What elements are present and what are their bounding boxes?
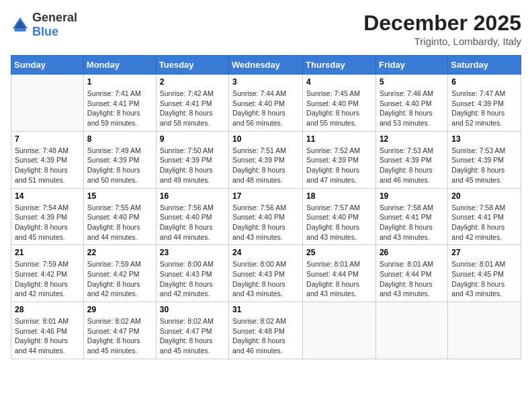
day-info: Sunrise: 8:00 AMSunset: 4:43 PMDaylight:… bbox=[232, 259, 299, 299]
weekday-header: Friday bbox=[375, 56, 447, 75]
logo-blue: Blue bbox=[32, 25, 58, 38]
day-number: 11 bbox=[306, 134, 372, 144]
weekday-header: Thursday bbox=[303, 56, 376, 75]
day-number: 22 bbox=[87, 248, 152, 257]
day-number: 3 bbox=[232, 77, 299, 87]
calendar-cell: 24Sunrise: 8:00 AMSunset: 4:43 PMDayligh… bbox=[229, 245, 303, 302]
location-title: Triginto, Lombardy, Italy bbox=[363, 36, 521, 47]
weekday-header: Wednesday bbox=[229, 56, 303, 75]
logo: General Blue bbox=[11, 11, 77, 39]
day-info: Sunrise: 7:46 AMSunset: 4:40 PMDaylight:… bbox=[380, 89, 444, 128]
calendar-cell: 28Sunrise: 8:01 AMSunset: 4:46 PMDayligh… bbox=[11, 302, 84, 359]
day-info: Sunrise: 7:49 AMSunset: 4:39 PMDaylight:… bbox=[87, 146, 152, 185]
calendar-cell: 27Sunrise: 8:01 AMSunset: 4:45 PMDayligh… bbox=[448, 245, 521, 302]
calendar-cell: 4Sunrise: 7:45 AMSunset: 4:40 PMDaylight… bbox=[303, 75, 376, 132]
calendar-cell: 25Sunrise: 8:01 AMSunset: 4:44 PMDayligh… bbox=[303, 245, 376, 302]
day-number: 30 bbox=[160, 305, 225, 314]
day-number: 8 bbox=[87, 134, 152, 144]
day-number: 27 bbox=[451, 248, 517, 257]
day-info: Sunrise: 7:52 AMSunset: 4:39 PMDaylight:… bbox=[306, 146, 372, 185]
svg-rect-2 bbox=[15, 29, 26, 32]
day-number: 28 bbox=[15, 305, 80, 314]
day-info: Sunrise: 7:41 AMSunset: 4:41 PMDaylight:… bbox=[87, 89, 152, 128]
calendar-cell: 11Sunrise: 7:52 AMSunset: 4:39 PMDayligh… bbox=[303, 131, 376, 188]
calendar-cell: 9Sunrise: 7:50 AMSunset: 4:39 PMDaylight… bbox=[156, 131, 228, 188]
day-info: Sunrise: 8:01 AMSunset: 4:46 PMDaylight:… bbox=[15, 316, 80, 356]
calendar-cell bbox=[448, 302, 521, 359]
day-number: 7 bbox=[15, 134, 80, 144]
day-info: Sunrise: 7:56 AMSunset: 4:40 PMDaylight:… bbox=[160, 203, 225, 242]
calendar-cell: 20Sunrise: 7:58 AMSunset: 4:41 PMDayligh… bbox=[448, 188, 521, 245]
calendar-cell: 2Sunrise: 7:42 AMSunset: 4:41 PMDaylight… bbox=[156, 75, 228, 132]
calendar-cell: 15Sunrise: 7:55 AMSunset: 4:40 PMDayligh… bbox=[83, 188, 156, 245]
day-info: Sunrise: 7:50 AMSunset: 4:39 PMDaylight:… bbox=[160, 146, 225, 185]
day-number: 6 bbox=[451, 77, 517, 87]
calendar-cell: 22Sunrise: 7:59 AMSunset: 4:42 PMDayligh… bbox=[83, 245, 156, 302]
calendar-cell: 31Sunrise: 8:02 AMSunset: 4:48 PMDayligh… bbox=[229, 302, 303, 359]
day-number: 15 bbox=[87, 191, 152, 201]
calendar-cell: 8Sunrise: 7:49 AMSunset: 4:39 PMDaylight… bbox=[83, 131, 156, 188]
day-info: Sunrise: 8:01 AMSunset: 4:45 PMDaylight:… bbox=[451, 259, 517, 299]
calendar-header: SundayMondayTuesdayWednesdayThursdayFrid… bbox=[11, 56, 521, 75]
day-info: Sunrise: 8:00 AMSunset: 4:43 PMDaylight:… bbox=[160, 259, 225, 299]
calendar-cell: 16Sunrise: 7:56 AMSunset: 4:40 PMDayligh… bbox=[156, 188, 228, 245]
weekday-header: Monday bbox=[83, 56, 156, 75]
day-number: 17 bbox=[232, 191, 299, 201]
logo-icon bbox=[11, 15, 30, 34]
title-block: December 2025 Triginto, Lombardy, Italy bbox=[363, 11, 521, 47]
day-info: Sunrise: 8:02 AMSunset: 4:47 PMDaylight:… bbox=[87, 316, 152, 356]
calendar: SundayMondayTuesdayWednesdayThursdayFrid… bbox=[11, 55, 521, 359]
day-info: Sunrise: 7:55 AMSunset: 4:40 PMDaylight:… bbox=[87, 203, 152, 242]
day-info: Sunrise: 8:01 AMSunset: 4:44 PMDaylight:… bbox=[380, 259, 444, 299]
calendar-cell: 7Sunrise: 7:48 AMSunset: 4:39 PMDaylight… bbox=[11, 131, 84, 188]
weekday-header: Tuesday bbox=[156, 56, 228, 75]
day-number: 29 bbox=[87, 305, 152, 314]
day-info: Sunrise: 7:44 AMSunset: 4:40 PMDaylight:… bbox=[232, 89, 299, 128]
calendar-cell: 17Sunrise: 7:56 AMSunset: 4:40 PMDayligh… bbox=[229, 188, 303, 245]
calendar-cell: 10Sunrise: 7:51 AMSunset: 4:39 PMDayligh… bbox=[229, 131, 303, 188]
calendar-cell: 30Sunrise: 8:02 AMSunset: 4:47 PMDayligh… bbox=[156, 302, 228, 359]
day-number: 10 bbox=[232, 134, 299, 144]
day-info: Sunrise: 7:42 AMSunset: 4:41 PMDaylight:… bbox=[160, 89, 225, 128]
calendar-cell bbox=[303, 302, 376, 359]
day-number: 31 bbox=[232, 305, 299, 314]
day-number: 23 bbox=[160, 248, 225, 257]
page-header: General Blue December 2025 Triginto, Lom… bbox=[11, 11, 521, 47]
day-info: Sunrise: 7:59 AMSunset: 4:42 PMDaylight:… bbox=[15, 259, 80, 299]
day-info: Sunrise: 7:54 AMSunset: 4:39 PMDaylight:… bbox=[15, 203, 80, 242]
logo-general: General bbox=[32, 11, 77, 24]
calendar-cell: 26Sunrise: 8:01 AMSunset: 4:44 PMDayligh… bbox=[375, 245, 447, 302]
day-info: Sunrise: 7:58 AMSunset: 4:41 PMDaylight:… bbox=[380, 203, 444, 242]
day-info: Sunrise: 7:51 AMSunset: 4:39 PMDaylight:… bbox=[232, 146, 299, 185]
day-info: Sunrise: 7:53 AMSunset: 4:39 PMDaylight:… bbox=[451, 146, 517, 185]
day-number: 14 bbox=[15, 191, 80, 201]
day-info: Sunrise: 7:58 AMSunset: 4:41 PMDaylight:… bbox=[451, 203, 517, 242]
day-info: Sunrise: 7:53 AMSunset: 4:39 PMDaylight:… bbox=[380, 146, 444, 185]
day-info: Sunrise: 7:59 AMSunset: 4:42 PMDaylight:… bbox=[87, 259, 152, 299]
month-title: December 2025 bbox=[363, 11, 521, 36]
day-info: Sunrise: 8:02 AMSunset: 4:48 PMDaylight:… bbox=[232, 316, 299, 356]
day-number: 20 bbox=[451, 191, 517, 201]
calendar-cell: 13Sunrise: 7:53 AMSunset: 4:39 PMDayligh… bbox=[448, 131, 521, 188]
day-info: Sunrise: 8:01 AMSunset: 4:44 PMDaylight:… bbox=[306, 259, 372, 299]
calendar-cell bbox=[375, 302, 447, 359]
day-number: 26 bbox=[380, 248, 444, 257]
day-number: 18 bbox=[306, 191, 372, 201]
calendar-cell: 12Sunrise: 7:53 AMSunset: 4:39 PMDayligh… bbox=[375, 131, 447, 188]
weekday-header: Saturday bbox=[448, 56, 521, 75]
calendar-cell: 5Sunrise: 7:46 AMSunset: 4:40 PMDaylight… bbox=[375, 75, 447, 132]
day-number: 13 bbox=[451, 134, 517, 144]
calendar-cell bbox=[11, 75, 84, 132]
calendar-cell: 14Sunrise: 7:54 AMSunset: 4:39 PMDayligh… bbox=[11, 188, 84, 245]
calendar-cell: 6Sunrise: 7:47 AMSunset: 4:39 PMDaylight… bbox=[448, 75, 521, 132]
calendar-cell: 1Sunrise: 7:41 AMSunset: 4:41 PMDaylight… bbox=[83, 75, 156, 132]
calendar-cell: 3Sunrise: 7:44 AMSunset: 4:40 PMDaylight… bbox=[229, 75, 303, 132]
calendar-cell: 29Sunrise: 8:02 AMSunset: 4:47 PMDayligh… bbox=[83, 302, 156, 359]
day-number: 24 bbox=[232, 248, 299, 257]
day-number: 16 bbox=[160, 191, 225, 201]
day-info: Sunrise: 8:02 AMSunset: 4:47 PMDaylight:… bbox=[160, 316, 225, 356]
day-number: 4 bbox=[306, 77, 372, 87]
day-info: Sunrise: 7:57 AMSunset: 4:40 PMDaylight:… bbox=[306, 203, 372, 242]
day-number: 5 bbox=[380, 77, 444, 87]
day-number: 21 bbox=[15, 248, 80, 257]
